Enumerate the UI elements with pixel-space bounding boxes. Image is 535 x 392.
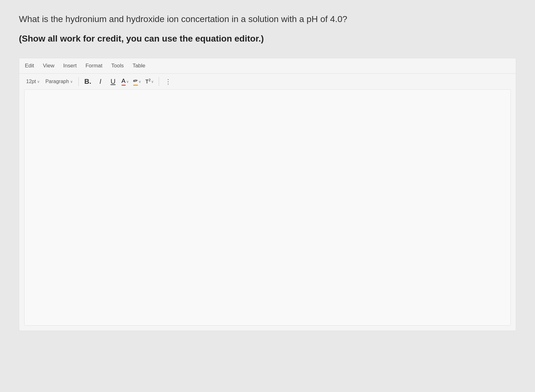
highlight-bar: [133, 85, 138, 86]
font-color-icon: A: [122, 77, 126, 86]
menu-format[interactable]: Format: [85, 61, 103, 70]
font-size-chevron: ∨: [37, 80, 40, 84]
superscript-chevron: ∨: [151, 80, 154, 84]
font-color-chevron: ∨: [126, 80, 129, 84]
menu-insert[interactable]: Insert: [63, 61, 77, 70]
menu-view[interactable]: View: [42, 61, 55, 70]
more-options-button[interactable]: ⋮: [163, 76, 174, 87]
font-size-selector[interactable]: 12pt ∨: [24, 78, 42, 85]
highlight-icon: ✏: [133, 77, 138, 86]
menu-table[interactable]: Table: [132, 61, 146, 70]
menu-edit[interactable]: Edit: [24, 61, 35, 70]
question-line2: (Show all work for credit, you can use t…: [19, 32, 516, 45]
superscript-num: 2: [149, 78, 151, 82]
highlight-chevron: ∨: [139, 80, 141, 84]
font-color-button[interactable]: A ∨: [120, 77, 130, 86]
page-container: What is the hydronium and hydroxide ion …: [19, 13, 516, 379]
toolbar: 12pt ∨ Paragraph ∨ B. I U: [19, 73, 516, 89]
pencil-icon: ✏: [133, 77, 139, 85]
question-line1: What is the hydronium and hydroxide ion …: [19, 13, 516, 26]
paragraph-chevron: ∨: [70, 80, 73, 84]
paragraph-style-selector[interactable]: Paragraph ∨: [43, 78, 75, 85]
bold-button[interactable]: B.: [83, 76, 93, 87]
paragraph-style-value: Paragraph: [45, 79, 69, 84]
toolbar-divider-2: [159, 77, 159, 86]
underline-button[interactable]: U: [108, 76, 118, 87]
superscript-label: T2: [145, 78, 151, 85]
highlight-button[interactable]: ✏ ∨: [132, 77, 142, 86]
text-editor-area[interactable]: [24, 89, 511, 326]
font-color-bar: [122, 85, 126, 86]
italic-button[interactable]: I: [95, 76, 106, 87]
editor-container: Edit View Insert Format Tools Table 12pt…: [19, 58, 516, 331]
menu-bar: Edit View Insert Format Tools Table: [19, 58, 516, 73]
superscript-button[interactable]: T2 ∨: [144, 77, 155, 86]
toolbar-divider-1: [78, 77, 79, 86]
font-size-value: 12pt: [26, 79, 36, 84]
menu-tools[interactable]: Tools: [111, 61, 124, 70]
